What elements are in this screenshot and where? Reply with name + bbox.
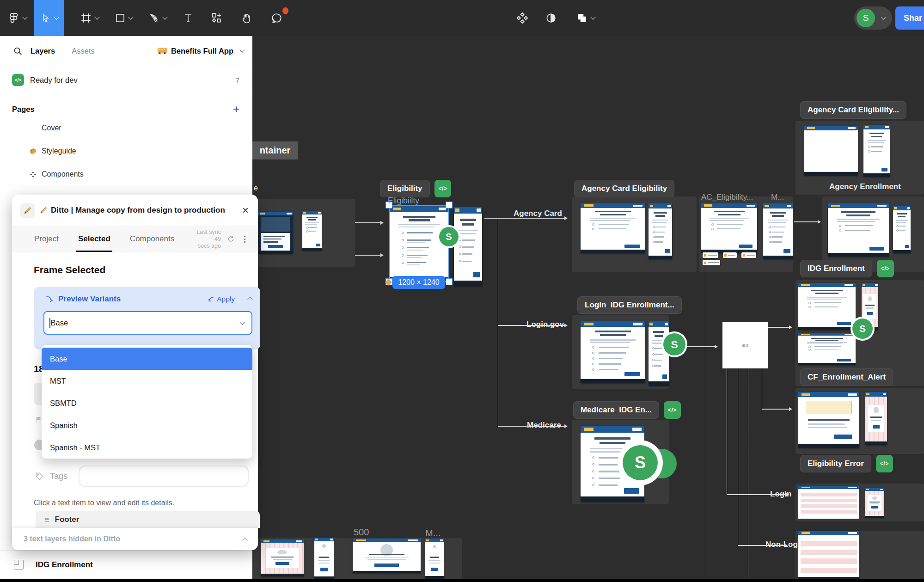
frame-thumbnail-radios[interactable] [581,321,645,383]
ready-for-dev-badge[interactable]: </> [877,260,894,277]
empty-frame[interactable]: IBG [722,322,768,368]
actions-tool-button[interactable] [202,0,231,36]
page-item-cover[interactable]: Cover [0,116,252,140]
selection-handle[interactable] [446,278,453,285]
frame-thumbnail-error[interactable] [425,539,444,579]
frame-label-tooltip[interactable]: CF_Enrollment_Alert [800,368,893,386]
hidden-layers-bar[interactable]: 3 text layers hidden in Ditto [12,528,258,550]
add-page-button[interactable]: + [233,104,239,114]
ready-for-dev-badge[interactable]: </> [664,401,681,419]
frame-thumbnail-mobile[interactable] [893,206,911,253]
canvas-label[interactable]: M... [771,193,784,202]
dropdown-option-base[interactable]: Base [42,348,252,370]
frame-thumbnail-desktop[interactable] [798,283,856,330]
sync-line2: secs ago [198,243,221,249]
project-name-menu[interactable]: Benefits Full App [157,47,244,55]
page-item-components[interactable]: Components [0,163,252,186]
ready-for-dev-badge[interactable]: </> [876,455,893,472]
canvas-label[interactable]: Agency Enrollment [829,182,901,191]
frame-thumbnail-pinkv[interactable] [261,539,304,576]
tab-layers[interactable]: Layers [31,47,55,55]
ready-for-dev-row[interactable]: </> Ready for dev 7 [0,66,252,94]
frame-thumbnail-mobile[interactable] [649,203,672,259]
tab-selected[interactable]: Selected [78,226,110,252]
pen-tool-button[interactable] [141,0,175,36]
dropdown-option-spanish[interactable]: Spanish [42,414,252,436]
frame-thumbnail-error[interactable] [314,538,334,579]
frame-label-tooltip[interactable]: Eligibility Error</> [800,455,893,472]
frame-thumbnail-desktop[interactable] [701,203,757,253]
kebab-menu-icon[interactable]: ⋮ [241,234,249,244]
tags-input[interactable] [79,466,249,487]
selected-frame[interactable] [389,205,449,282]
frame-label-tooltip[interactable]: Eligibility</> [380,180,451,197]
frame-label-tooltip[interactable]: Agency Card Eligibility... [800,101,906,119]
frame-thumbnail-desktop[interactable] [581,203,645,253]
selected-frame-title[interactable]: Eligibiilty [388,196,419,206]
frame-thumbnail-mobile[interactable] [863,125,890,177]
footer-text-group[interactable]: ≡ Footer [36,511,260,528]
flow-connector [738,368,738,545]
canvas-label[interactable]: AC_Eligibility... [701,193,753,202]
search-icon[interactable] [13,46,23,56]
frame-thumbnail-pinkrow[interactable] [798,531,859,581]
frame-thumbnail-alert[interactable] [798,392,859,448]
canvas-label[interactable]: Agency Card [514,209,562,218]
status-pill [703,252,718,258]
hand-tool-button[interactable] [231,0,262,36]
share-button[interactable]: Shar [895,6,924,30]
frame-label-tooltip[interactable]: Login_IDG Enrollment... [577,296,682,314]
canvas-label[interactable]: Medicare [527,421,561,430]
frame-thumbnail-mobile[interactable] [763,203,793,259]
frame-label-tooltip[interactable]: IDG Enrollment</> [800,260,894,277]
variant-input[interactable]: Base [43,311,252,335]
frame-tool-button[interactable] [72,0,106,36]
component-tool-button[interactable] [508,0,537,36]
frame-thumbnail-empty[interactable] [804,126,858,176]
frame-label-tooltip[interactable]: Agency Card Eligibility [574,180,674,197]
close-icon[interactable]: × [242,205,249,216]
comment-tool-button[interactable] [262,0,292,36]
account-menu[interactable]: S [854,6,892,30]
rectangle-icon [115,12,126,24]
layer-row-idg-enrollment[interactable]: IDG Enrollment [0,550,252,579]
mask-tool-button[interactable] [538,0,564,36]
section-title-fragment[interactable]: ntainer [252,141,298,159]
frame-thumbnail-pinkv[interactable] [865,488,884,518]
tab-assets[interactable]: Assets [72,47,95,55]
move-tool-button[interactable] [34,0,64,36]
apply-button[interactable]: Apply [208,295,235,303]
chevron-down-icon[interactable] [239,319,245,325]
frame-thumbnail-pinkv[interactable] [865,392,887,445]
canvas-label[interactable]: Non-Login [765,540,805,549]
canvas-label[interactable]: M... [425,528,441,539]
canvas-label[interactable]: Login [770,490,791,499]
page-item-styleguide[interactable]: Styleguide [0,140,252,163]
frame-thumbnail-desktop[interactable] [798,333,856,365]
frame-thumbnail-mobile[interactable] [649,321,669,386]
boolean-tool-button[interactable] [566,0,605,36]
tab-components[interactable]: Components [130,226,174,252]
frame-thumbnail-pinkrow[interactable] [798,486,859,519]
ready-for-dev-badge[interactable]: </> [434,180,452,197]
tab-project[interactable]: Project [34,226,59,252]
canvas-label[interactable]: Login.gov [526,320,564,329]
text-tool-button[interactable] [175,0,202,36]
dropdown-option-sbmtd[interactable]: SBMTD [42,392,252,414]
frame-thumbnail-mobile[interactable] [454,207,482,286]
refresh-icon[interactable] [227,235,234,243]
frame-thumbnail-mobile[interactable] [302,211,322,251]
frame-thumbnail-photo[interactable] [258,212,293,254]
figma-menu-button[interactable] [0,0,34,36]
selection-handle[interactable] [446,202,453,208]
frame-label-tooltip[interactable]: Medicare_IDG En...</> [573,401,681,419]
shape-tool-button[interactable] [106,0,141,36]
chevron-up-icon [242,538,247,543]
dropdown-option-spanish-mst[interactable]: Spanish - MST [42,436,252,459]
collapse-panel-button[interactable] [245,295,252,303]
dropdown-option-mst[interactable]: MST [42,370,252,392]
frame-label-fragment: e [254,184,258,192]
frame-thumbnail-desktop[interactable] [828,203,889,257]
frame-thumbnail-error[interactable] [353,539,421,573]
canvas-label[interactable]: 500 [354,527,369,538]
